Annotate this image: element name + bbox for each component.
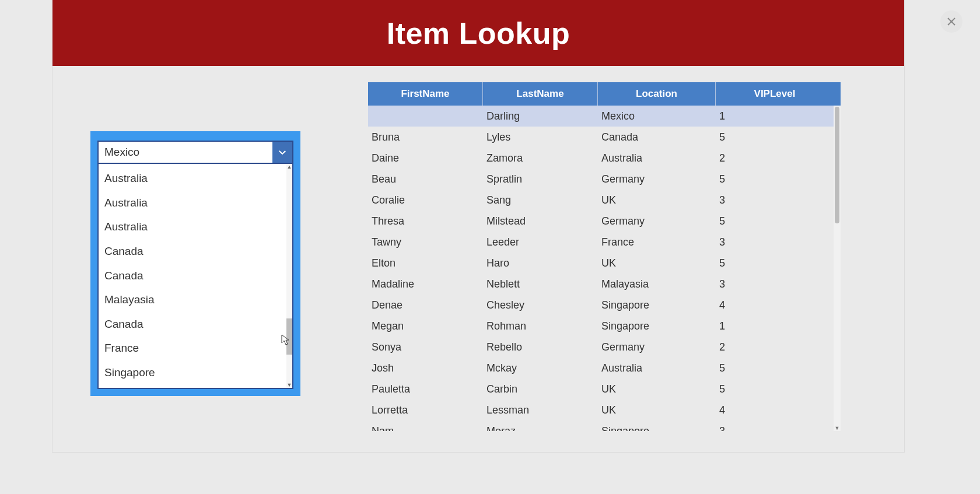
- cell-firstname: Coralie: [368, 194, 483, 206]
- table-row[interactable]: MeganRohmanSingapore1: [368, 316, 834, 337]
- cell-firstname: Pauletta: [368, 383, 483, 395]
- cell-firstname: Megan: [368, 320, 483, 332]
- cell-firstname: Sonya: [368, 341, 483, 353]
- cell-location: UK: [598, 383, 716, 395]
- chevron-down-icon: [277, 147, 288, 157]
- cell-viplevel: 5: [716, 215, 834, 227]
- combo-option[interactable]: Canada: [99, 312, 286, 337]
- table-scrollbar[interactable]: ▼: [834, 106, 841, 431]
- cell-location: Mexico: [598, 110, 716, 122]
- table-row[interactable]: BeauSpratlinGermany5: [368, 169, 834, 190]
- cell-lastname: Rohman: [483, 320, 598, 332]
- cell-firstname: Josh: [368, 362, 483, 374]
- cell-viplevel: 5: [716, 131, 834, 143]
- cell-lastname: Chesley: [483, 299, 598, 311]
- cell-lastname: Lyles: [483, 131, 598, 143]
- cell-lastname: Sang: [483, 194, 598, 206]
- cell-viplevel: 3: [716, 194, 834, 206]
- table-row[interactable]: DarlingMexico1: [368, 106, 834, 127]
- col-viplevel[interactable]: VIPLevel: [716, 82, 834, 106]
- cell-viplevel: 3: [716, 425, 834, 432]
- cell-lastname: Meraz: [483, 425, 598, 432]
- cell-location: Germany: [598, 341, 716, 353]
- close-button[interactable]: [940, 10, 963, 33]
- cell-location: Malayasia: [598, 278, 716, 290]
- cell-viplevel: 4: [716, 299, 834, 311]
- combo-option[interactable]: Singapore: [99, 360, 286, 385]
- table-scroll-thumb[interactable]: [835, 107, 839, 223]
- scroll-up-icon: ▲: [286, 164, 292, 170]
- modal-stage: Item Lookup AustraliaAustraliaAustraliaC…: [52, 0, 904, 452]
- table-row[interactable]: DaineZamoraAustralia2: [368, 148, 834, 169]
- cell-lastname: Rebello: [483, 341, 598, 353]
- table-row[interactable]: CoralieSangUK3: [368, 190, 834, 211]
- table-row[interactable]: NamMerazSingapore3: [368, 421, 834, 431]
- combo-dropdown: AustraliaAustraliaAustraliaCanadaCanadaM…: [97, 164, 293, 389]
- cell-lastname: Haro: [483, 257, 598, 269]
- cell-firstname: Beau: [368, 173, 483, 185]
- cell-viplevel: 5: [716, 362, 834, 374]
- combo-scroll-thumb[interactable]: [286, 318, 292, 355]
- cell-firstname: Elton: [368, 257, 483, 269]
- combo-option[interactable]: Canada: [99, 239, 286, 264]
- cell-viplevel: 5: [716, 383, 834, 395]
- cell-viplevel: 5: [716, 173, 834, 185]
- table-row[interactable]: MadalineNeblettMalayasia3: [368, 274, 834, 295]
- cell-location: Germany: [598, 215, 716, 227]
- cell-lastname: Spratlin: [483, 173, 598, 185]
- cell-lastname: Neblett: [483, 278, 598, 290]
- combo-option[interactable]: France: [99, 336, 286, 360]
- results-table: FirstName LastName Location VIPLevel Dar…: [368, 82, 841, 431]
- modal-header: Item Lookup: [52, 0, 904, 66]
- cell-location: Singapore: [598, 299, 716, 311]
- cell-viplevel: 4: [716, 404, 834, 416]
- cell-viplevel: 5: [716, 257, 834, 269]
- cell-location: Australia: [598, 362, 716, 374]
- table-row[interactable]: TawnyLeederFrance3: [368, 232, 834, 253]
- table-row[interactable]: PaulettaCarbinUK5: [368, 379, 834, 400]
- table-row[interactable]: DenaeChesleySingapore4: [368, 295, 834, 316]
- table-row[interactable]: JoshMckayAustralia5: [368, 358, 834, 379]
- combo-option[interactable]: Australia: [99, 166, 286, 191]
- combo-option[interactable]: Australia: [99, 215, 286, 239]
- cell-viplevel: 2: [716, 152, 834, 164]
- cell-viplevel: 3: [716, 236, 834, 248]
- col-firstname[interactable]: FirstName: [368, 82, 483, 106]
- cell-location: Germany: [598, 173, 716, 185]
- combo-option[interactable]: Malayasia: [99, 288, 286, 312]
- table-header-row: FirstName LastName Location VIPLevel: [368, 82, 841, 106]
- cell-lastname: Carbin: [483, 383, 598, 395]
- combo-toggle-button[interactable]: [272, 142, 292, 163]
- table-row[interactable]: ThresaMilsteadGermany5: [368, 211, 834, 232]
- combo-field: [97, 141, 293, 164]
- table-row[interactable]: BrunaLylesCanada5: [368, 127, 834, 148]
- cell-firstname: Daine: [368, 152, 483, 164]
- cell-firstname: Denae: [368, 299, 483, 311]
- cell-firstname: Nam: [368, 425, 483, 432]
- cell-lastname: Leeder: [483, 236, 598, 248]
- combo-option[interactable]: Canada: [99, 264, 286, 288]
- cell-lastname: Milstead: [483, 215, 598, 227]
- table-row[interactable]: EltonHaroUK5: [368, 253, 834, 274]
- cell-viplevel: 2: [716, 341, 834, 353]
- location-combo: AustraliaAustraliaAustraliaCanadaCanadaM…: [90, 131, 300, 396]
- cell-viplevel: 3: [716, 278, 834, 290]
- combo-option[interactable]: Australia: [99, 191, 286, 215]
- cell-viplevel: 1: [716, 320, 834, 332]
- scroll-down-icon: ▼: [834, 425, 841, 431]
- cell-lastname: Lessman: [483, 404, 598, 416]
- cell-firstname: Madaline: [368, 278, 483, 290]
- col-location[interactable]: Location: [598, 82, 716, 106]
- table-row[interactable]: LorrettaLessmanUK4: [368, 400, 834, 421]
- combo-scrollbar[interactable]: ▲ ▼: [286, 164, 292, 388]
- cell-lastname: Darling: [483, 110, 598, 122]
- col-lastname[interactable]: LastName: [483, 82, 598, 106]
- table-row[interactable]: SonyaRebelloGermany2: [368, 337, 834, 358]
- table-body: DarlingMexico1BrunaLylesCanada5DaineZamo…: [368, 106, 841, 431]
- combo-input[interactable]: [99, 142, 272, 163]
- cell-location: France: [598, 236, 716, 248]
- cell-location: Singapore: [598, 320, 716, 332]
- page-title: Item Lookup: [387, 16, 570, 51]
- cell-location: UK: [598, 194, 716, 206]
- cell-viplevel: 1: [716, 110, 834, 122]
